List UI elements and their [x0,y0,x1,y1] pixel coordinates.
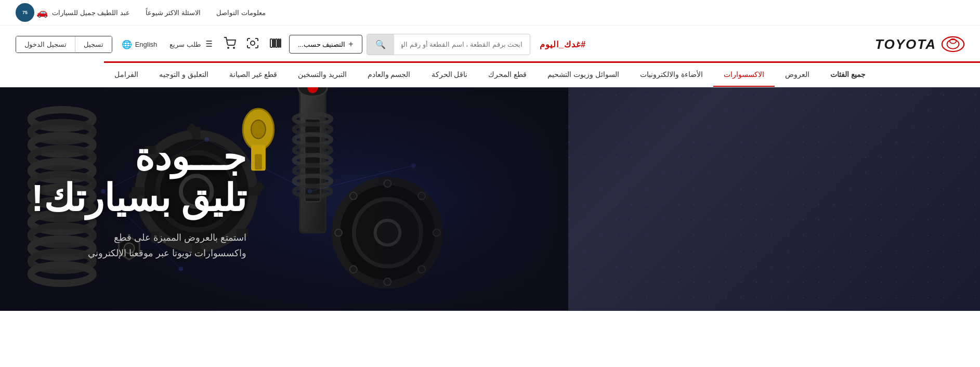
lang-label: English [135,41,158,48]
search-input[interactable] [394,35,530,54]
brand-name: TOYOTA [875,36,936,53]
filter-button[interactable]: + التصنيف حسب... [289,35,362,54]
cart-button[interactable] [220,35,239,54]
faq-link[interactable]: الاسئلة الاكثر شيوعاً [146,9,201,17]
nav-label-suspension: التعليق و التوجيه [159,70,208,78]
car-icon: 🚗 [36,7,48,18]
toyota-logo-icon [942,33,964,56]
nav-label-cooling: التبريد والتسخين [298,70,347,78]
svg-rect-3 [270,39,272,47]
svg-rect-4 [273,39,275,47]
nav-item-transmission[interactable]: ناقل الحركة [421,63,478,87]
hero-subtext-line1: استمتع بالعروض المميزة على قطع [114,232,246,243]
nav-label-brakes: الفرامل [114,70,138,78]
camera-scan-button[interactable] [243,35,262,54]
svg-point-8 [251,41,255,45]
search-button[interactable]: 🔍 [367,34,394,55]
filter-label: التصنيف حسب... [298,41,345,48]
svg-rect-7 [280,39,281,47]
scan-icon [246,37,259,52]
header-actions: #غدك_اليوم 🔍 + التصنيف حسب... [16,34,875,55]
company-name: عبد اللطيف جميل للسيارات [52,9,130,17]
quick-order-label: طلب سريع [169,41,201,48]
nav-item-non-maintenance[interactable]: قطع غير الصيانة [219,63,288,87]
list-icon [203,38,213,50]
auth-divider [75,36,75,52]
company-logo: عبد اللطيف جميل للسيارات 🚗 75 [16,3,130,22]
nav-bar: جميع الفئات العروض الاكسسوارات الأضاءة و… [0,63,980,87]
anniversary-badge: 75 [16,3,34,22]
nav-item-brakes[interactable]: الفرامل [104,63,149,87]
svg-rect-5 [276,39,277,47]
logo-area: TOYOTA [875,33,964,56]
svg-point-10 [233,47,234,48]
nav-label-fluids: السوائل وزيوت التشحيم [547,70,619,78]
nav-item-all-categories[interactable]: جميع الفئات [820,63,876,87]
nav-label-transmission: ناقل الحركة [432,70,468,78]
globe-icon: 🌐 [122,40,132,49]
nav-item-lighting[interactable]: الأضاءة والالكترونيات [630,63,713,87]
contact-label: معلومات التواصل [216,9,266,17]
filter-plus-icon: + [348,40,353,49]
top-bar: معلومات التواصل الاسئلة الاكثر شيوعاً عب… [0,0,980,25]
language-selector[interactable]: English 🌐 [122,40,158,49]
nav-item-cooling[interactable]: التبريد والتسخين [288,63,357,87]
hero-subtext-line2: واكسسوارات تويوتا عبر موقعنا الإلكتروني [88,248,246,258]
hero-subtext: استمتع بالعروض المميزة على قطع واكسسوارا… [31,230,246,261]
search-input-container: 🔍 [367,34,531,55]
search-icon: 🔍 [375,40,386,49]
nav-label-accessories: الاكسسوارات [724,70,764,78]
hero-headline-line1: جـــودة [31,137,246,178]
nav-label-engine-parts: قطع المحرك [488,70,527,78]
barcode-scan-button[interactable] [266,35,285,54]
nav-item-body-exhaust[interactable]: الجسم والعادم [357,63,421,87]
svg-rect-6 [278,39,279,47]
nav-label-non-maintenance: قطع غير الصيانة [229,70,277,78]
login-button[interactable]: تسجيل [75,36,112,53]
header: TOYOTA #غدك_اليوم 🔍 + التصنيف حسب... [0,25,980,63]
nav-item-fluids[interactable]: السوائل وزيوت التشحيم [537,63,630,87]
nav-label-all-categories: جميع الفئات [830,70,866,78]
svg-point-1 [947,40,959,49]
hero-headline: جـــودة تليق بسيارتك! [31,137,246,219]
quick-order-button[interactable]: طلب سريع [166,36,216,53]
register-button[interactable]: تسجيل الدخول [16,36,75,53]
barcode-icon [269,37,282,52]
hero-text: جـــودة تليق بسيارتك! استمتع بالعروض الم… [0,121,278,277]
nav-label-offers: العروض [785,70,809,78]
auth-buttons: تسجيل تسجيل الدخول [16,36,112,53]
cart-icon [224,37,236,52]
hero-section: جـــودة تليق بسيارتك! استمتع بالعروض الم… [0,87,980,311]
contact-info[interactable]: معلومات التواصل [216,9,266,17]
today-hashtag[interactable]: #غدك_اليوم [540,40,586,49]
hero-headline-line2: تليق بسيارتك! [31,178,246,219]
nav-item-offers[interactable]: العروض [775,63,820,87]
nav-label-lighting: الأضاءة والالكترونيات [640,70,703,78]
nav-item-accessories[interactable]: الاكسسوارات [713,63,775,87]
faq-label: الاسئلة الاكثر شيوعاً [146,9,201,17]
nav-label-body-exhaust: الجسم والعادم [368,70,411,78]
nav-item-engine-parts[interactable]: قطع المحرك [478,63,537,87]
search-area: 🔍 + التصنيف حسب... [166,34,530,55]
svg-point-9 [228,47,229,48]
nav-item-suspension[interactable]: التعليق و التوجيه [149,63,219,87]
